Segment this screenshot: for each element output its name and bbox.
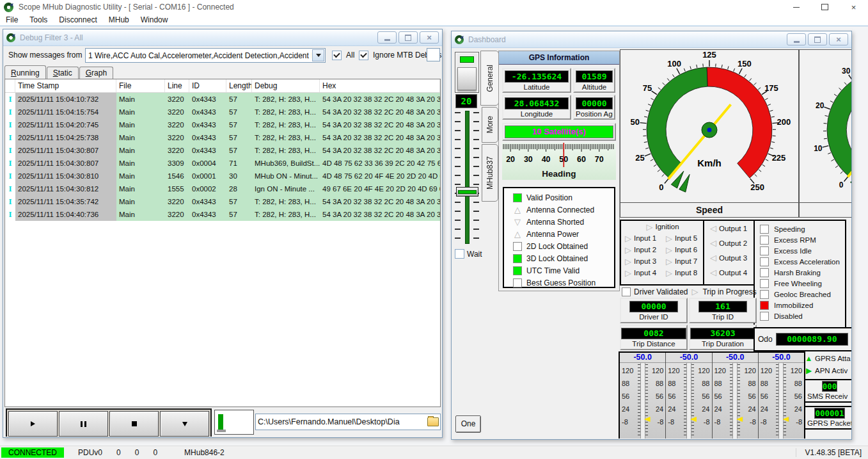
connection-status-badge: CONNECTED [1, 447, 64, 458]
row-info-icon: I [5, 195, 15, 208]
gps-status-3d-lock-obtained: 3D Lock Obtained [504, 252, 614, 264]
table-row[interactable]: I2025/11/11 15:04:30:810Main15460x000130… [5, 170, 440, 182]
column-header-time-stamp[interactable]: Time Stamp [15, 79, 116, 92]
dashboard-window-title: Dashboard [468, 35, 785, 44]
debug-window-title-bar: Debug Filter 3 - All × [3, 29, 442, 46]
stop-icon [132, 421, 137, 426]
svg-text:60: 60 [577, 155, 586, 164]
column-header-id[interactable]: ID [189, 79, 226, 92]
combobox-dropdown-button[interactable] [312, 49, 324, 61]
row-info-icon: I [5, 144, 15, 157]
svg-text:Km/h: Km/h [697, 157, 722, 168]
play-button[interactable] [8, 411, 58, 437]
dashboard-window: Dashboard × 20 Wait One GeneralMoreMHub8… [451, 31, 852, 440]
wait-checkbox[interactable] [455, 249, 464, 259]
table-row[interactable]: I2025/11/11 15:04:15:754Main32200x434357… [5, 106, 440, 118]
menu-window[interactable]: Window [135, 15, 174, 24]
trip-displays: 00000 Driver ID 161 Trip ID 0082 Trip Di… [620, 298, 751, 350]
debug-window-icon [6, 33, 15, 42]
output-indicator-output-3: ◁Output 3 [704, 250, 754, 265]
table-row[interactable]: I2025/11/11 15:04:10:732Main32200x434357… [5, 93, 440, 106]
dashboard-minimize-button[interactable] [787, 33, 806, 45]
svg-text:50: 50 [630, 117, 639, 127]
input-indicator-input-2: ▷Input 2 [621, 245, 662, 255]
side-tab-mhub837[interactable]: MHub837 [482, 144, 498, 202]
transport-controls [6, 408, 212, 437]
menu-tools[interactable]: Tools [24, 15, 53, 24]
analog-channel-value: -50.0 [666, 353, 711, 363]
table-row[interactable]: I2025/11/11 15:04:35:742Main32200x434357… [5, 195, 440, 208]
flag-excess-rpm: Excess RPM [755, 234, 845, 245]
svg-text:70: 70 [595, 155, 604, 164]
interval-display: 20 [455, 94, 477, 108]
triangle-right-icon: ▷ [624, 257, 633, 266]
debug-minimize-button[interactable] [377, 31, 397, 44]
event-flags-panel: SpeedingExcess RPMExcess IdleExcess Acce… [754, 220, 846, 330]
filter-text-input[interactable] [427, 48, 440, 61]
svg-text:30: 30 [842, 67, 851, 76]
column-header-line[interactable]: Line [165, 79, 189, 92]
dashboard-restore-button[interactable] [808, 33, 827, 45]
column-header-file[interactable]: File [116, 79, 165, 92]
triangle-right-icon: ▷ [665, 268, 674, 278]
latitude-display: -26.135624 Latitude [502, 68, 571, 93]
column-header-debug[interactable]: Debug [252, 79, 320, 92]
tab-static[interactable]: Static [47, 67, 79, 79]
trip-distance-display: 0082 Trip Distance [620, 325, 688, 350]
gprs-packets-display: 000001 GPRS Packets [804, 406, 851, 430]
side-tab-general[interactable]: General [480, 51, 499, 106]
square-indicator [760, 236, 769, 245]
debug-restore-button[interactable] [398, 31, 418, 44]
close-button[interactable]: × [839, 0, 868, 14]
dashboard-close-button[interactable]: × [829, 33, 848, 45]
column-header-length[interactable]: Length [226, 79, 252, 92]
window-title: Scope MHub Diagnostic Utility - [ Serial… [19, 3, 234, 12]
square-indicator [513, 278, 522, 287]
table-row[interactable]: I2025/11/11 15:04:30:807Main32200x434357… [5, 144, 440, 157]
longitude-display: 28.068432 Longitude [502, 95, 571, 120]
column-header-hex[interactable]: Hex [320, 79, 440, 92]
triangle-right-icon: ▷ [624, 268, 633, 278]
side-tab-more[interactable]: More [482, 107, 498, 143]
row-info-icon: I [5, 208, 15, 221]
table-row[interactable]: I2025/11/11 15:04:40:736Main32200x434357… [5, 208, 440, 221]
browse-folder-icon[interactable] [427, 417, 439, 426]
power-toggle-switch[interactable] [455, 52, 479, 93]
message-filter-combobox[interactable]: 1 Wire,ACC Auto Cal,Accelerometer,Accide… [85, 48, 326, 63]
svg-text:0: 0 [839, 181, 843, 189]
analog-channel-2: -50.0120120888856562424-8-8 [666, 353, 712, 439]
slider-handle[interactable] [456, 187, 478, 197]
more-button[interactable] [160, 411, 209, 437]
tab-running[interactable]: Running [4, 65, 46, 79]
table-row[interactable]: I2025/11/11 15:04:25:738Main32200x434357… [5, 131, 440, 144]
log-path-field[interactable]: C:\Users\Fernando.Manuel\Desktop\Dia [255, 414, 441, 430]
menu-disconnect[interactable]: Disconnect [53, 15, 102, 24]
stop-button[interactable] [109, 411, 159, 437]
square-indicator [760, 312, 769, 321]
table-row[interactable]: I2025/11/11 15:04:30:812Main15550x000228… [5, 182, 440, 195]
toggle-knob[interactable] [457, 67, 477, 90]
table-row[interactable]: I2025/11/11 15:04:30:807Main33090x000471… [5, 157, 440, 170]
debug-window-title: Debug Filter 3 - All [20, 33, 375, 42]
all-checkbox[interactable] [332, 51, 342, 60]
sms-received-display: 000 SMS Receiv [804, 379, 851, 403]
debug-close-button[interactable]: × [420, 31, 439, 44]
maximize-button[interactable] [810, 0, 839, 14]
one-button[interactable]: One [455, 415, 481, 433]
menu-mhub[interactable]: MHub [103, 15, 135, 24]
triangle-right-icon: ▷ [624, 234, 633, 243]
pause-button[interactable] [59, 411, 108, 437]
table-row[interactable]: I2025/11/11 15:04:20:745Main32200x434357… [5, 118, 440, 131]
square-indicator [760, 225, 769, 234]
minimize-button[interactable] [782, 0, 810, 14]
protocol-label: PDUv0 [78, 448, 102, 457]
interval-slider[interactable] [454, 109, 480, 245]
tri-up-icon: △ [513, 229, 522, 239]
speed-gauge-panel: 0255075100125150175200225250Km/h Speed [620, 49, 799, 218]
tab-graph[interactable]: Graph [79, 67, 113, 79]
flag-free-wheeling: Free Wheeling [755, 278, 845, 289]
menu-file[interactable]: File [0, 15, 24, 24]
svg-text:75: 75 [643, 83, 652, 93]
ignore-mtb-debugs-checkbox[interactable] [359, 51, 368, 60]
flag-disabled: Disabled [755, 310, 845, 321]
